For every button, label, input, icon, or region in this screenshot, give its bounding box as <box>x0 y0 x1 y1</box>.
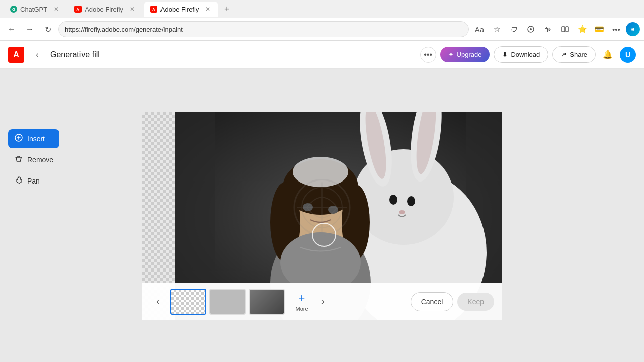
remove-icon <box>14 154 23 165</box>
upgrade-button[interactable]: ✦ Upgrade <box>440 47 490 62</box>
thumbnail-2[interactable] <box>209 289 246 315</box>
toolbar: Insert Remove Pan <box>8 129 59 191</box>
svg-point-25 <box>293 157 348 187</box>
share-icon: ↗ <box>561 51 567 58</box>
favorites-icon[interactable]: ☆ <box>489 22 504 37</box>
forward-button[interactable]: → <box>22 22 37 37</box>
tab-label-chatgpt: ChatGPT <box>20 6 47 13</box>
download-label: Download <box>511 51 540 58</box>
edge-logo: e <box>626 22 640 36</box>
header-actions: ••• ✦ Upgrade ⬇ Download ↗ Share 🔔 U <box>420 46 636 63</box>
download-button[interactable]: ⬇ Download <box>494 46 548 63</box>
thumbnails-container <box>170 289 285 315</box>
add-label: More <box>295 306 308 312</box>
chatgpt-favicon: G <box>10 6 17 13</box>
app-header: A ‹ Generative fill ••• ✦ Upgrade ⬇ Down… <box>0 41 644 69</box>
next-result-button[interactable]: › <box>315 294 331 310</box>
nav-icons: Aa ☆ 🛡 🛍 ⭐ 💳 ••• e <box>472 22 640 37</box>
strip-actions: Cancel Keep <box>411 292 494 311</box>
adobe-favicon-2: A <box>150 6 157 13</box>
tab-label-adobe-1: Adobe Firefly <box>85 6 123 13</box>
upgrade-label: Upgrade <box>457 51 482 58</box>
tab-close-adobe-2[interactable]: ✕ <box>204 5 212 13</box>
address-text: https://firefly.adobe.com/generate/inpai… <box>65 26 183 33</box>
split-screen-icon[interactable] <box>557 22 573 37</box>
page-title: Generative fill <box>50 50 100 59</box>
insert-tool-button[interactable]: Insert <box>8 129 59 148</box>
download-icon: ⬇ <box>502 51 508 58</box>
pan-label: Pan <box>27 177 40 185</box>
notifications-button[interactable]: 🔔 <box>600 47 616 63</box>
adobe-favicon-1: A <box>74 6 82 13</box>
tab-adobe-1[interactable]: A Adobe Firefly ✕ <box>68 2 142 17</box>
brush-cursor <box>312 223 336 247</box>
bottom-strip: ‹ + More › Cancel Keep <box>142 283 502 320</box>
add-icon: + <box>299 292 305 305</box>
tab-chatgpt[interactable]: G ChatGPT ✕ <box>4 2 66 17</box>
more-options-button[interactable]: ••• <box>420 47 436 63</box>
browser-chrome: G ChatGPT ✕ A Adobe Firefly ✕ A Adobe Fi… <box>0 0 644 41</box>
more-tools-icon[interactable]: ••• <box>609 22 624 37</box>
thumbnail-1[interactable] <box>170 289 206 315</box>
upgrade-icon: ✦ <box>448 51 454 58</box>
share-label: Share <box>570 51 587 58</box>
pan-icon <box>14 175 23 187</box>
svg-rect-2 <box>562 27 565 32</box>
svg-rect-3 <box>566 27 568 32</box>
insert-icon <box>14 133 23 144</box>
new-tab-button[interactable]: + <box>220 2 234 16</box>
read-aloud-icon[interactable]: Aa <box>472 22 487 37</box>
remove-label: Remove <box>27 156 53 164</box>
canvas-wrapper: RRCG 人人素画 ‹ + More › <box>142 112 502 320</box>
add-more-button[interactable]: + More <box>289 289 315 315</box>
svg-point-17 <box>399 210 405 214</box>
browser-essentials-icon[interactable]: 🛡 <box>506 22 521 37</box>
wallet-icon[interactable]: 💳 <box>592 22 607 37</box>
pan-tool-button[interactable]: Pan <box>8 171 59 191</box>
tab-close-adobe-1[interactable]: ✕ <box>128 5 136 13</box>
svg-point-15 <box>389 195 397 205</box>
thumbnail-3[interactable] <box>249 289 285 315</box>
nav-bar: ← → ↻ https://firefly.adobe.com/generate… <box>0 18 644 40</box>
keep-button[interactable]: Keep <box>457 293 494 311</box>
avatar[interactable]: U <box>620 47 636 63</box>
tab-close-chatgpt[interactable]: ✕ <box>52 5 60 13</box>
tab-adobe-2[interactable]: A Adobe Firefly ✕ <box>144 2 218 17</box>
svg-point-27 <box>328 206 338 214</box>
insert-label: Insert <box>27 135 45 143</box>
tab-bar: G ChatGPT ✕ A Adobe Firefly ✕ A Adobe Fi… <box>0 0 644 18</box>
svg-point-26 <box>303 203 313 211</box>
refresh-button[interactable]: ↻ <box>40 22 55 37</box>
back-button-app[interactable]: ‹ <box>30 48 44 62</box>
remove-tool-button[interactable]: Remove <box>8 150 59 169</box>
extensions-icon[interactable] <box>523 22 538 37</box>
favorites-bar-icon[interactable]: ⭐ <box>575 22 590 37</box>
adobe-logo: A <box>8 47 24 63</box>
tab-label-adobe-2: Adobe Firefly <box>160 6 199 13</box>
back-button[interactable]: ← <box>4 22 19 37</box>
cancel-button[interactable]: Cancel <box>411 292 454 311</box>
address-bar[interactable]: https://firefly.adobe.com/generate/inpai… <box>58 21 469 37</box>
prev-result-button[interactable]: ‹ <box>150 294 166 310</box>
share-button[interactable]: ↗ Share <box>552 46 596 63</box>
canvas-area: RRCG 人人素画 ‹ + More › <box>0 69 644 362</box>
main-content: Insert Remove Pan <box>0 69 644 362</box>
svg-point-1 <box>530 28 532 30</box>
svg-point-16 <box>407 196 415 206</box>
shopping-icon[interactable]: 🛍 <box>540 22 555 37</box>
